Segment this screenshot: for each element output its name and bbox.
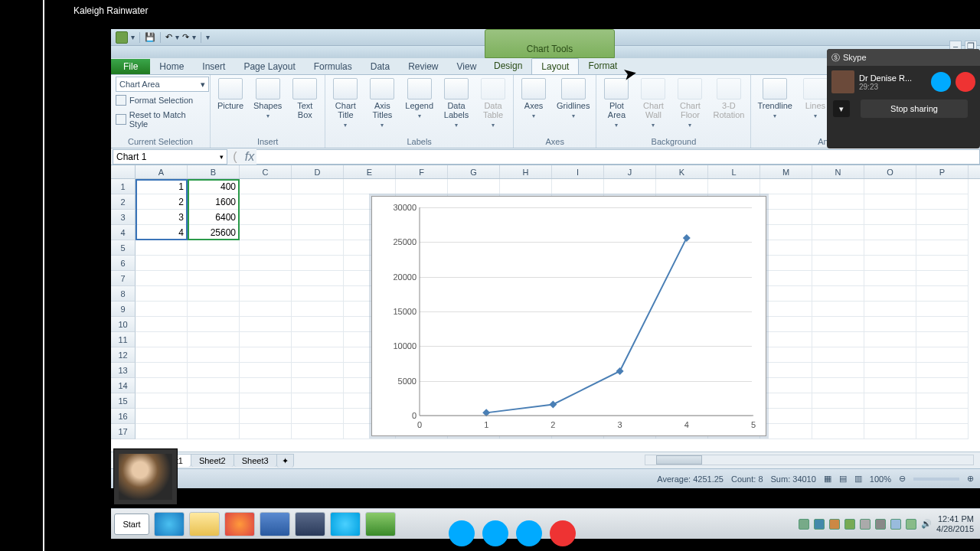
tray-icon[interactable] xyxy=(844,519,855,530)
cell[interactable] xyxy=(240,271,292,286)
skype-overlay[interactable]: ⓢSkype Dr Denise R... 29:23 ▾ Stop shari… xyxy=(827,49,980,148)
undo-icon[interactable]: ↶ xyxy=(165,32,172,42)
cell[interactable] xyxy=(916,378,969,393)
reset-style-button[interactable]: Reset to Match Style xyxy=(116,109,205,130)
chart-title-button[interactable]: Chart Title▾ xyxy=(330,77,361,132)
data-labels-button[interactable]: Data Labels▾ xyxy=(441,77,472,132)
taskbar-app-icon[interactable] xyxy=(295,512,325,536)
cell[interactable] xyxy=(292,225,344,240)
cell[interactable] xyxy=(760,179,812,194)
column-header[interactable]: F xyxy=(396,165,448,178)
column-headers[interactable]: ABCDEFGHIJKLMNOP xyxy=(136,165,980,179)
cell[interactable] xyxy=(188,302,240,317)
chart-wall-button[interactable]: Chart Wall▾ xyxy=(638,77,668,132)
cell[interactable] xyxy=(812,271,864,286)
cell[interactable] xyxy=(916,363,969,378)
cell[interactable] xyxy=(916,271,969,286)
cell[interactable] xyxy=(188,347,240,363)
tab-page-layout[interactable]: Page Layout xyxy=(234,59,304,74)
cell[interactable] xyxy=(916,347,969,363)
cell[interactable] xyxy=(344,179,396,194)
cell[interactable]: 4 xyxy=(136,225,188,240)
cell[interactable] xyxy=(292,286,344,302)
row-header[interactable]: 6 xyxy=(111,256,136,271)
cell[interactable] xyxy=(760,317,812,332)
cell[interactable] xyxy=(136,256,188,271)
row-header[interactable]: 9 xyxy=(111,302,136,317)
axes-button[interactable]: Axes▾ xyxy=(518,77,549,122)
cell[interactable] xyxy=(760,378,812,393)
cell[interactable] xyxy=(188,409,240,424)
tab-insert[interactable]: Insert xyxy=(193,59,234,74)
tray-icon[interactable] xyxy=(829,519,840,530)
cell[interactable] xyxy=(656,179,708,194)
cell[interactable] xyxy=(812,332,864,347)
new-sheet-button[interactable]: ✦ xyxy=(276,454,294,468)
tray-icon[interactable] xyxy=(814,519,825,530)
cell[interactable] xyxy=(240,179,292,194)
callbar-mic-button[interactable] xyxy=(482,520,508,546)
cell[interactable] xyxy=(864,317,916,332)
cell[interactable] xyxy=(916,302,969,317)
row-header[interactable]: 3 xyxy=(111,210,136,225)
cell[interactable] xyxy=(188,240,240,256)
column-header[interactable]: C xyxy=(240,165,292,178)
cell[interactable] xyxy=(136,240,188,256)
cell[interactable] xyxy=(136,409,188,424)
tab-home[interactable]: Home xyxy=(150,59,193,74)
cell[interactable]: 1 xyxy=(136,179,188,194)
cell[interactable] xyxy=(812,194,864,210)
row-header[interactable]: 10 xyxy=(111,317,136,332)
cell[interactable] xyxy=(240,409,292,424)
cell[interactable] xyxy=(864,378,916,393)
row-header[interactable]: 14 xyxy=(111,378,136,393)
cell[interactable] xyxy=(292,179,344,194)
row-header[interactable]: 11 xyxy=(111,332,136,347)
cell[interactable] xyxy=(916,225,969,240)
cell[interactable] xyxy=(760,347,812,363)
taskbar-explorer-icon[interactable] xyxy=(189,512,220,536)
row-headers[interactable]: 1234567891011121314151617 xyxy=(111,179,136,452)
cell[interactable] xyxy=(188,286,240,302)
column-header[interactable]: B xyxy=(188,165,240,178)
cell[interactable] xyxy=(240,256,292,271)
picture-button[interactable]: Picture xyxy=(215,77,246,112)
cell[interactable] xyxy=(292,271,344,286)
axis-titles-button[interactable]: Axis Titles▾ xyxy=(367,77,397,132)
lines-button[interactable]: Lines▾ xyxy=(800,77,831,122)
qat-dropdown-icon[interactable]: ▾ xyxy=(131,33,135,41)
cell[interactable] xyxy=(760,409,812,424)
cell[interactable] xyxy=(760,424,812,439)
tray-icon[interactable] xyxy=(906,519,916,530)
column-header[interactable]: M xyxy=(760,165,812,178)
cell[interactable] xyxy=(916,240,969,256)
cell[interactable] xyxy=(812,240,864,256)
cell[interactable] xyxy=(812,363,864,378)
cell[interactable] xyxy=(864,256,916,271)
cell[interactable] xyxy=(916,210,969,225)
tray-icon[interactable] xyxy=(799,519,809,530)
cell[interactable] xyxy=(812,317,864,332)
select-all-corner[interactable] xyxy=(111,165,136,179)
cell[interactable] xyxy=(240,363,292,378)
cell[interactable]: 25600 xyxy=(188,225,240,240)
column-header[interactable]: I xyxy=(552,165,604,178)
cell[interactable] xyxy=(864,286,916,302)
tray-volume-icon[interactable]: 🔊 xyxy=(921,519,932,529)
cell[interactable] xyxy=(292,347,344,363)
chart-element-selector[interactable]: Chart Area▾ xyxy=(116,77,209,92)
webcam-preview[interactable] xyxy=(113,448,178,505)
cell[interactable]: 400 xyxy=(188,179,240,194)
taskbar-ie-icon[interactable] xyxy=(154,512,185,536)
tray-icon[interactable] xyxy=(890,519,901,530)
tab-design[interactable]: Design xyxy=(485,58,531,74)
tray-icon[interactable] xyxy=(875,519,886,530)
taskbar-excel-icon[interactable] xyxy=(365,512,396,536)
cell[interactable] xyxy=(240,302,292,317)
cell[interactable] xyxy=(916,317,969,332)
cell[interactable] xyxy=(812,393,864,409)
cell[interactable] xyxy=(812,225,864,240)
column-header[interactable]: H xyxy=(500,165,552,178)
sheet-tab-2[interactable]: Sheet2 xyxy=(191,454,234,467)
cell[interactable] xyxy=(812,409,864,424)
